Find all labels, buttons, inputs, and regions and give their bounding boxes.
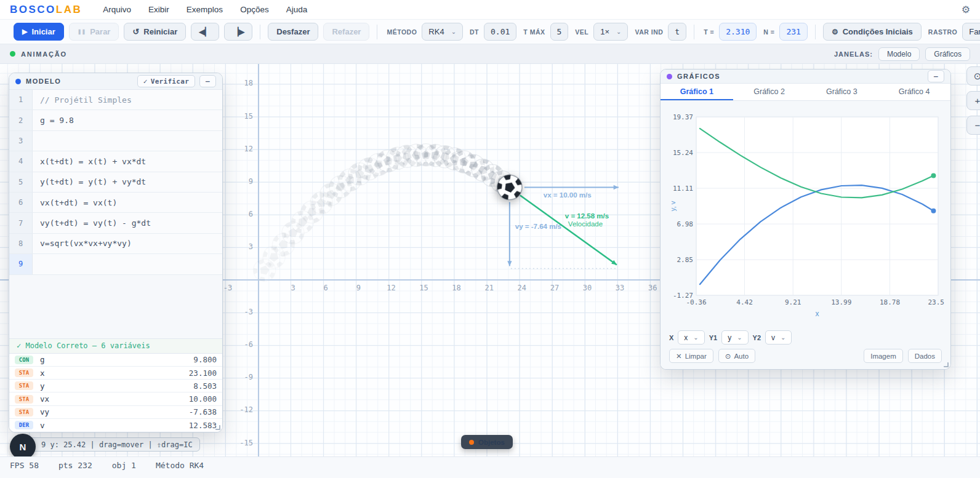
x-tick-label: 12 [384,284,398,292]
simulation-canvas[interactable]: -3369121518212427303336181512963-3-6-9-1… [0,64,980,456]
code-line-5[interactable]: 5y(t+dt) = y(t) + vy*dt [9,172,222,193]
n-label: N = [763,28,774,36]
logo-primary: BOSCO [10,4,56,16]
code-line-2[interactable]: 2g = 9.8 [9,110,222,130]
variable-row-vx[interactable]: STAvx10.000 [9,392,222,405]
method-label: MÉTODO [387,28,417,36]
status-item-metodo: Método RK4 [156,461,204,470]
code-line-8[interactable]: 8v=sqrt(vx*vx+vy*vy) [9,234,222,254]
velocity-vectors: vx = 10.00 m/svy = -7.64 m/sv = 12.58 m/… [507,185,619,269]
tmax-input[interactable]: 5 [550,23,569,41]
vel-select[interactable]: 1×⌄ [593,23,628,41]
code-text: g = 9.8 [33,110,81,130]
graphs-panel-header[interactable]: GRÁFICOS – [661,70,950,84]
menu-item-opcoes[interactable]: Opções [240,5,269,14]
model-resize-handle[interactable] [215,425,220,430]
code-line-3[interactable]: 3 [9,131,222,151]
menu-item-ajuda[interactable]: Ajuda [286,5,308,14]
code-line-9[interactable]: 9 [9,254,222,274]
status-item-obj: obj 1 [112,461,136,470]
data-button[interactable]: Dados [908,349,942,363]
dt-label: DT [470,28,479,36]
app-logo: BOSCOLAB [10,4,82,16]
varind-label: VAR IND [635,28,663,36]
varind-input[interactable]: t [668,23,686,41]
y1-select-label: Y1 [709,334,717,341]
tab-grafico-3[interactable]: Gráfico 3 [806,84,878,100]
undo-button[interactable]: Desfazer [268,23,318,41]
y1-axis-select[interactable]: y⌄ [721,330,748,345]
model-dot [15,79,21,84]
y-tick-label: 3 [232,242,253,251]
model-panel-header[interactable]: MODELO ✓Verificar – [9,73,222,90]
variable-value: 9.800 [193,355,217,364]
objects-pill[interactable]: Objetos [461,435,513,449]
variable-row-vy[interactable]: STAvy-7.638 [9,406,222,419]
window-button-graficos[interactable]: Gráficos [925,47,970,61]
code-line-6[interactable]: 6vx(t+dt) = vx(t) [9,193,222,213]
code-editor[interactable]: 1// Projétil Simples2g = 9.834x(t+dt) = … [9,90,222,275]
method-select[interactable]: RK4⌄ [422,23,463,41]
y2-axis-select[interactable]: v⌄ [765,330,792,345]
variable-row-g[interactable]: CONg9.800 [9,354,222,367]
zoom-in-button[interactable]: + [966,91,980,110]
code-text: v=sqrt(vx*vx+vy*vy) [33,234,139,253]
image-button[interactable]: Imagem [864,349,903,363]
tab-grafico-2[interactable]: Gráfico 2 [733,84,806,100]
graphs-resize-handle[interactable] [944,362,949,367]
y-tick-label: -6 [232,340,253,349]
code-editor-empty-area[interactable] [9,275,222,338]
graphs-minimize-button[interactable]: – [928,70,944,82]
menu-item-exemplos[interactable]: Exemplos [187,5,223,14]
variable-row-y[interactable]: STAy8.503 [9,380,222,392]
x-axis-select[interactable]: x⌄ [678,330,704,345]
x-tick-label: 27 [547,284,562,292]
verify-button[interactable]: ✓Verificar [137,75,195,87]
view-reset-button[interactable]: ⊙ [966,66,980,86]
dt-input[interactable]: 0.01 [484,23,516,41]
variable-row-x[interactable]: STAx23.100 [9,367,222,380]
code-line-4[interactable]: 4x(t+dt) = x(t) + vx*dt [9,151,222,172]
initial-conditions-button[interactable]: ⚙Condições Iniciais [823,23,922,41]
reset-button[interactable]: ↺Reiniciar [124,23,186,41]
variable-type-badge: CON [15,356,33,364]
x-tick-label: 30 [580,284,595,292]
clear-button[interactable]: ✕Limpar [669,349,713,363]
pause-icon: ❚❚ [78,30,86,34]
variable-name: g [40,355,45,364]
start-button[interactable]: ▶Iniciar [14,23,64,41]
variable-row-v[interactable]: DERv12.583 [9,419,222,432]
rastro-label: RASTRO [928,28,957,36]
chart-endpoint-y [931,209,936,213]
vy-label: vy = -7.64 m/s [515,223,561,230]
menu-item-arquivo[interactable]: Arquivo [103,5,131,14]
canvas-zoom-tools: ⊙+− [966,66,980,135]
window-button-modelo[interactable]: Modelo [878,47,920,61]
code-line-7[interactable]: 7vy(t+dt) = vy(t) - g*dt [9,213,222,233]
zoom-out-button[interactable]: − [966,116,980,135]
tab-grafico-4[interactable]: Gráfico 4 [878,84,950,100]
graphs-dot [667,74,672,79]
step-back-button[interactable]: ◀▏ [191,23,219,41]
step-forward-button[interactable]: ▕▶ [224,23,252,41]
objects-pill-label: Objetos [478,439,505,446]
gear-icon: ⚙ [832,28,838,36]
menu-item-exibir[interactable]: Exibir [148,5,169,14]
y-tick-label: 18 [232,79,253,87]
variable-type-badge: DER [15,421,33,429]
auto-button[interactable]: ⊙Auto [718,349,755,363]
y2-select-label: Y2 [753,334,761,341]
rastro-select[interactable]: Fantasmas⌄ [962,23,980,41]
model-title: MODELO [26,78,61,85]
settings-gear-icon[interactable]: ⚙ [962,5,970,15]
chart-x-tick: 18.78 [880,298,900,306]
model-minimize-button[interactable]: – [199,75,216,87]
tab-grafico-1[interactable]: Gráfico 1 [661,84,733,100]
chevron-down-icon: ⌄ [451,28,456,35]
stop-button[interactable]: ❚❚Parar [69,23,119,41]
x-select-label: X [669,334,673,341]
code-text: x(t+dt) = x(t) + vx*dt [33,151,153,171]
redo-button[interactable]: Refazer [323,23,369,41]
chart-y-tick: 19.37 [673,113,693,121]
code-line-1[interactable]: 1// Projétil Simples [9,90,222,110]
